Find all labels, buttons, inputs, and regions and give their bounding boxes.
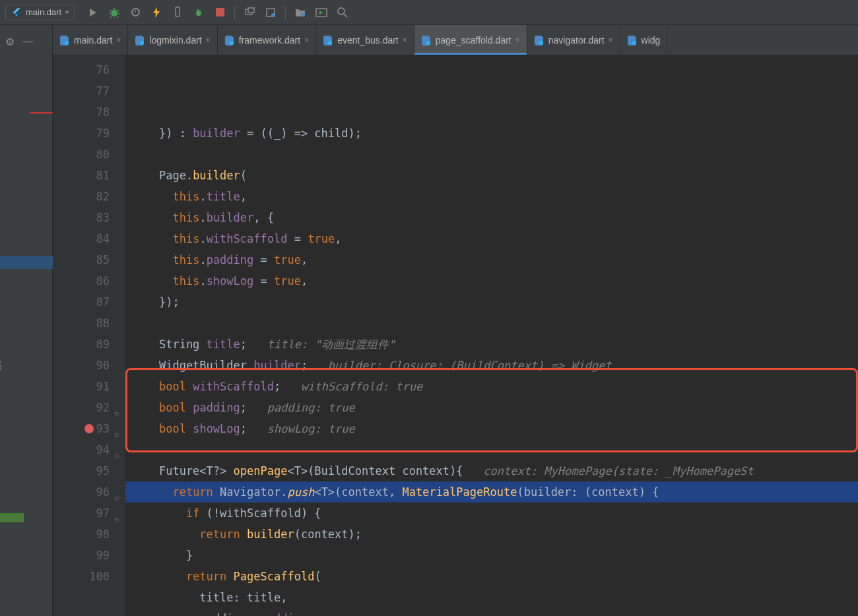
line-number: 78 (53, 102, 110, 123)
code-line[interactable]: return builder(context); (125, 524, 858, 545)
code-area[interactable]: }) : builder = ((_) => child); Page.buil… (125, 55, 858, 616)
line-number: 88 (53, 313, 110, 334)
code-line[interactable]: this.padding = true, (125, 249, 858, 270)
close-tab-icon[interactable]: × (304, 36, 309, 45)
code-line[interactable]: Future<T?> openPage<T>(BuildContext cont… (125, 460, 858, 481)
close-tab-icon[interactable]: × (206, 36, 211, 45)
line-number: 80 (53, 144, 110, 165)
line-number: 89 (53, 334, 110, 355)
line-number: 97 (53, 503, 110, 524)
editor-tab[interactable]: event_bus.dart × (316, 25, 414, 55)
fold-marker-icon[interactable]: ⊟ (111, 425, 119, 433)
tab-name: logmixin.dart (149, 35, 201, 46)
line-number: 92 (53, 397, 110, 418)
gutter-highlight (0, 256, 53, 269)
code-line[interactable] (125, 313, 858, 334)
svg-rect-4 (216, 8, 224, 16)
close-tab-icon[interactable]: × (515, 36, 520, 45)
dart-file-icon (59, 35, 70, 46)
line-number: 90 (53, 355, 110, 376)
line-number: 82 (53, 186, 110, 207)
code-line[interactable]: bool showLog; showLog: true (125, 418, 858, 439)
fold-marker-icon[interactable]: ⊟ (111, 509, 119, 517)
code-editor[interactable]: 7677787980818283848586878889909192⊟93⊟94… (53, 55, 858, 616)
editor-tab[interactable]: navigator.dart × (527, 25, 620, 55)
left-tool-gutter: ⚙ — art (0, 25, 53, 616)
editor-tab[interactable]: framework.dart × (218, 25, 316, 55)
line-number: 76 (53, 59, 110, 80)
code-line[interactable]: bool padding; padding: true (125, 397, 858, 418)
line-number: 95 (53, 460, 110, 481)
debug-button[interactable] (105, 3, 123, 22)
line-number: 81 (53, 165, 110, 186)
run-button[interactable] (84, 3, 102, 22)
project-structure-button[interactable] (291, 3, 310, 22)
editor-tab[interactable]: page_scaffold.dart × (414, 25, 527, 55)
code-line[interactable]: String title; title: "动画过渡组件" (125, 334, 858, 355)
collapse-icon[interactable]: — (22, 36, 33, 47)
code-line[interactable]: return PageScaffold( (125, 566, 858, 587)
profile-button[interactable] (126, 3, 145, 22)
dart-file-icon (534, 35, 544, 46)
code-line[interactable]: title: title, (125, 587, 858, 608)
fold-marker-icon[interactable]: ⊟ (111, 446, 119, 454)
fold-marker-icon[interactable]: ⊟ (111, 404, 119, 412)
devtools-button[interactable] (240, 3, 259, 22)
svg-rect-6 (248, 8, 254, 13)
close-tab-icon[interactable]: × (609, 36, 613, 45)
error-indicator (30, 112, 53, 113)
breakpoint-marker[interactable] (84, 424, 94, 433)
close-tab-icon[interactable]: × (403, 36, 407, 45)
code-line[interactable]: }); (125, 292, 858, 313)
tab-name: widg (642, 35, 661, 46)
line-number: 96 (53, 481, 110, 503)
tab-name: main.dart (74, 35, 112, 46)
toolbar-separator (234, 6, 235, 19)
hot-reload-button[interactable] (147, 3, 166, 22)
code-line[interactable]: this.showLog = true, (125, 270, 858, 292)
svg-rect-9 (301, 13, 305, 16)
svg-point-13 (140, 41, 144, 45)
search-button[interactable] (333, 3, 352, 22)
code-line[interactable]: bool withScaffold; withScaffold: true (125, 376, 858, 397)
code-line[interactable]: WidgetBuilder builder; builder: Closure:… (125, 355, 858, 376)
code-line[interactable]: }) : builder = ((_) => child); (125, 123, 858, 144)
tab-name: navigator.dart (548, 35, 605, 46)
svg-point-12 (65, 41, 69, 45)
svg-point-15 (328, 41, 332, 45)
line-number-gutter: 7677787980818283848586878889909192⊟93⊟94… (53, 55, 125, 616)
code-line[interactable] (125, 439, 858, 460)
gutter-green-marker (0, 513, 24, 522)
line-number: 94 (53, 439, 110, 460)
code-line[interactable]: this.builder, { (125, 207, 858, 228)
flutter-outline-button[interactable] (261, 3, 280, 22)
line-number: 79 (53, 123, 110, 144)
code-line[interactable]: Page.builder( (125, 165, 858, 186)
dart-file-icon (421, 35, 432, 46)
code-line[interactable]: if (!withScaffold) { (125, 503, 858, 524)
svg-point-0 (111, 10, 117, 16)
run-anything-button[interactable] (312, 3, 331, 22)
hot-restart-button[interactable] (168, 3, 187, 22)
line-number: 91 (53, 376, 110, 397)
close-tab-icon[interactable]: × (116, 36, 121, 45)
attach-debugger-button[interactable] (189, 3, 208, 22)
line-number: 93 (53, 418, 110, 439)
code-line[interactable]: padding: padding, (125, 608, 858, 616)
fold-end-marker-icon[interactable]: ⊡ (111, 488, 119, 496)
main-toolbar: main.dart ▾ (0, 0, 858, 25)
code-line[interactable] (125, 144, 858, 165)
settings-icon[interactable]: ⚙ (5, 36, 15, 48)
code-line[interactable]: this.title, (125, 186, 858, 207)
editor-tab[interactable]: widg (620, 25, 668, 55)
code-line[interactable]: this.withScaffold = true, (125, 228, 858, 249)
line-number: 83 (53, 207, 110, 228)
svg-point-17 (539, 41, 543, 45)
editor-tab[interactable]: main.dart × (53, 25, 128, 55)
code-line[interactable]: return Navigator.push<T>(context, Materi… (125, 481, 858, 503)
line-number: 77 (53, 80, 110, 102)
stop-button[interactable] (211, 3, 229, 22)
code-line[interactable]: } (125, 545, 858, 566)
run-config-selector[interactable]: main.dart ▾ (5, 5, 75, 20)
editor-tab[interactable]: logmixin.dart × (128, 25, 217, 55)
